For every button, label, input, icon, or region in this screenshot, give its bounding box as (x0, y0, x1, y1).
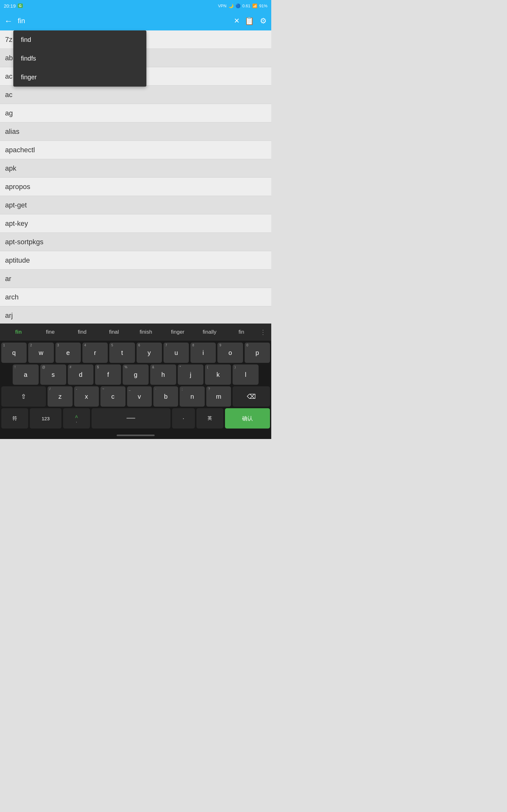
status-bar: 20:19 G VPN 🌙 🔵 0.61 📶 91% (0, 0, 271, 11)
toolbar-icons: 📋 ⚙ (245, 16, 267, 26)
clear-button[interactable]: ✕ (234, 17, 239, 25)
suggestion-item-fin[interactable]: fin (3, 326, 35, 338)
bottom-bar (0, 432, 271, 439)
keyboard-row-4: 符 123 A, · 英 确认 (1, 408, 270, 428)
list-item[interactable]: arj (0, 306, 271, 323)
key-u[interactable]: 7u (164, 343, 189, 363)
svg-rect-0 (126, 418, 135, 419)
key-n[interactable]: ;n (180, 386, 205, 407)
suggestion-item-finger[interactable]: finger (162, 326, 194, 338)
autocomplete-item-find[interactable]: find (13, 31, 147, 49)
confirm-key[interactable]: 确认 (225, 408, 270, 428)
en-key[interactable]: 英 (196, 408, 223, 428)
list-item[interactable]: apachectl (0, 141, 271, 159)
back-button[interactable]: ← (4, 17, 13, 25)
shift-key[interactable]: ⇧ (1, 386, 46, 407)
keyboard: 1q 2w 3e 4r 5t 6y 7u 8i 9o 0p !a @s #d $… (0, 341, 271, 432)
key-b[interactable]: ·b (153, 386, 178, 407)
search-input[interactable] (18, 17, 229, 25)
list-item[interactable]: apt-get (0, 196, 271, 214)
home-indicator (117, 435, 155, 436)
list-item[interactable]: ar (0, 270, 271, 288)
signal-label: 0.61 (242, 3, 250, 8)
list-item[interactable]: ag (0, 104, 271, 122)
keyboard-suggestions: finfinefindfinalfinishfingerfinallyfin⋮ (0, 323, 271, 341)
lang-key[interactable]: A, (63, 408, 90, 428)
list-item[interactable]: apt-sortpkgs (0, 233, 271, 251)
key-k[interactable]: (k (205, 364, 231, 385)
search-bar: ← ✕ 📋 ⚙ (0, 11, 271, 31)
key-y[interactable]: 6y (136, 343, 162, 363)
key-p[interactable]: 0p (245, 343, 270, 363)
suggestion-item-final[interactable]: final (98, 326, 130, 338)
period-key[interactable]: · (172, 408, 195, 428)
search-input-area (18, 17, 229, 25)
list-item[interactable]: aptitude (0, 251, 271, 270)
list-item[interactable]: ac (0, 86, 271, 104)
key-a[interactable]: !a (13, 364, 39, 385)
moon-icon: 🌙 (228, 3, 233, 8)
status-left: 20:19 G (4, 3, 23, 9)
key-j[interactable]: *j (178, 364, 204, 385)
vpn-label: VPN (218, 3, 227, 8)
key-h[interactable]: &h (150, 364, 176, 385)
list-item[interactable]: apt-key (0, 214, 271, 233)
key-i[interactable]: 8i (190, 343, 216, 363)
key-r[interactable]: 4r (82, 343, 108, 363)
key-z[interactable]: /z (48, 386, 72, 407)
key-d[interactable]: #d (68, 364, 94, 385)
key-m[interactable]: ?m (206, 386, 231, 407)
key-e[interactable]: 3e (55, 343, 81, 363)
list-item[interactable]: apropos (0, 177, 271, 196)
bluetooth-icon: 🔵 (235, 3, 240, 8)
suggestion-item-find[interactable]: find (66, 326, 98, 338)
number-key[interactable]: 123 (30, 408, 61, 428)
suggestion-item-fine[interactable]: fine (35, 326, 66, 338)
key-q[interactable]: 1q (1, 343, 26, 363)
clipboard-icon[interactable]: 📋 (245, 16, 254, 26)
symbol-key[interactable]: 符 (1, 408, 28, 428)
keyboard-row-1: 1q 2w 3e 4r 5t 6y 7u 8i 9o 0p (1, 343, 270, 363)
key-o[interactable]: 9o (217, 343, 243, 363)
list-item[interactable]: apk (0, 159, 271, 177)
suggestion-item-finally[interactable]: finally (193, 326, 226, 338)
key-w[interactable]: 2w (28, 343, 54, 363)
status-time: 20:19 (4, 3, 16, 9)
suggestion-item-fin[interactable]: fin (226, 326, 258, 338)
wifi-icon: 📶 (252, 3, 257, 8)
key-t[interactable]: 5t (109, 343, 135, 363)
keyboard-row-3: ⇧ /z -x ~c _v ·b ;n ?m ⌫ (1, 386, 270, 407)
status-right: VPN 🌙 🔵 0.61 📶 91% (218, 3, 268, 8)
autocomplete-item-findfs[interactable]: findfs (13, 49, 147, 68)
key-l[interactable]: )l (233, 364, 259, 385)
list-item[interactable]: arch (0, 288, 271, 306)
key-s[interactable]: @s (40, 364, 66, 385)
space-key[interactable] (92, 408, 170, 428)
settings-icon[interactable]: ⚙ (260, 16, 267, 26)
battery-label: 91% (259, 3, 268, 8)
autocomplete-item-finger[interactable]: finger (13, 68, 147, 87)
keyboard-row-2: !a @s #d $f %g &h *j (k )l (1, 364, 270, 385)
key-f[interactable]: $f (95, 364, 121, 385)
list-item[interactable]: alias (0, 122, 271, 141)
suggestion-item-finish[interactable]: finish (130, 326, 162, 338)
more-suggestions-icon[interactable]: ⋮ (257, 328, 269, 336)
autocomplete-dropdown: find findfs finger (13, 31, 147, 87)
status-app-icon: G (18, 3, 23, 8)
key-v[interactable]: _v (127, 386, 152, 407)
key-g[interactable]: %g (123, 364, 149, 385)
key-x[interactable]: -x (74, 386, 99, 407)
key-c[interactable]: ~c (101, 386, 125, 407)
backspace-key[interactable]: ⌫ (233, 386, 270, 407)
